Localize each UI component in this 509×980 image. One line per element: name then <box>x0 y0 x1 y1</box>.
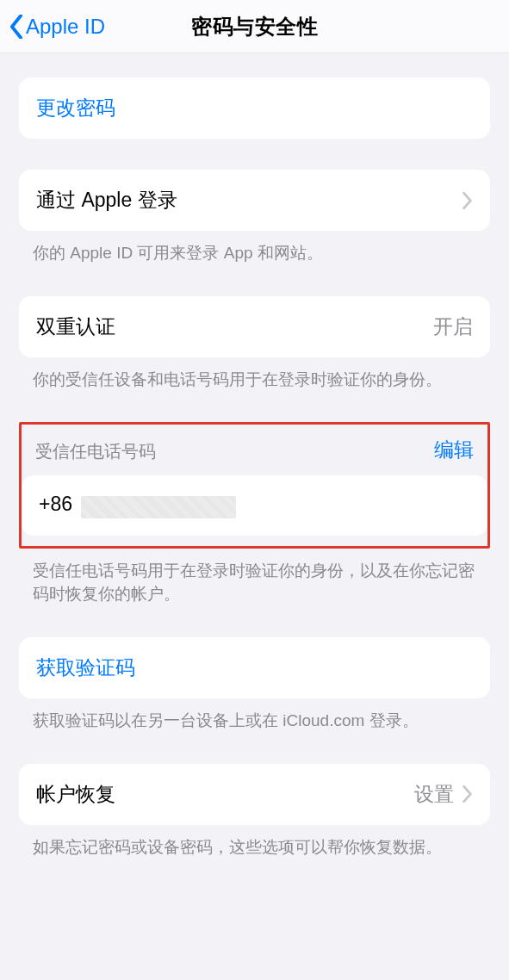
group-sign-in-apple: 通过 Apple 登录 你的 Apple ID 可用来登录 App 和网站。 <box>0 170 509 265</box>
content: 更改密码 通过 Apple 登录 你的 Apple ID 可用来登录 App 和… <box>0 78 509 859</box>
trusted-phone-header: 受信任电话号码 <box>35 440 156 463</box>
get-code-footer: 获取验证码以在另一台设备上或在 iCloud.com 登录。 <box>0 698 509 733</box>
trusted-phone-footer: 受信任电话号码用于在登录时验证你的身份，以及在你忘记密码时恢复你的帐户。 <box>0 549 509 606</box>
account-recovery-footer: 如果忘记密码或设备密码，这些选项可以帮你恢复数据。 <box>0 825 509 859</box>
two-factor-label: 双重认证 <box>36 313 115 340</box>
trusted-phone-prefix: +86 <box>39 493 72 515</box>
trusted-phone-highlight: 受信任电话号码 编辑 +86 <box>19 422 490 549</box>
sign-in-with-apple-label: 通过 Apple 登录 <box>36 187 177 214</box>
chevron-right-icon <box>462 785 473 803</box>
trusted-phone-edit-button[interactable]: 编辑 <box>434 437 474 463</box>
back-button[interactable]: Apple ID <box>0 12 105 41</box>
sign-in-with-apple-row[interactable]: 通过 Apple 登录 <box>19 170 490 231</box>
group-two-factor: 双重认证 开启 你的受信任设备和电话号码用于在登录时验证你的身份。 <box>0 296 509 392</box>
change-password-row[interactable]: 更改密码 <box>19 78 490 139</box>
account-recovery-row[interactable]: 帐户恢复 设置 <box>19 764 490 825</box>
chevron-left-icon <box>7 12 26 41</box>
group-get-code: 获取验证码 获取验证码以在另一台设备上或在 iCloud.com 登录。 <box>0 637 509 733</box>
group-account-recovery: 帐户恢复 设置 如果忘记密码或设备密码，这些选项可以帮你恢复数据。 <box>0 764 509 859</box>
two-factor-footer: 你的受信任设备和电话号码用于在登录时验证你的身份。 <box>0 357 509 392</box>
navbar: Apple ID 密码与安全性 <box>0 0 509 53</box>
group-change-password: 更改密码 <box>0 78 509 139</box>
sign-in-with-apple-footer: 你的 Apple ID 可用来登录 App 和网站。 <box>0 231 509 265</box>
get-code-label: 获取验证码 <box>36 654 135 681</box>
account-recovery-value: 设置 <box>414 781 454 808</box>
trusted-phone-row[interactable]: +86 <box>22 475 487 536</box>
two-factor-row: 双重认证 开启 <box>19 296 490 357</box>
back-label: Apple ID <box>26 15 105 39</box>
trusted-phone-number: +86 <box>39 493 236 518</box>
group-trusted-phone: 受信任电话号码 编辑 +86 受信任电话号码用于在登录时验证你的身份，以及在你忘… <box>0 422 509 606</box>
get-code-row[interactable]: 获取验证码 <box>19 637 490 698</box>
chevron-right-icon <box>462 192 473 209</box>
account-recovery-label: 帐户恢复 <box>36 781 115 808</box>
change-password-label: 更改密码 <box>36 95 115 121</box>
trusted-phone-masked <box>81 496 236 518</box>
two-factor-value: 开启 <box>433 313 473 340</box>
